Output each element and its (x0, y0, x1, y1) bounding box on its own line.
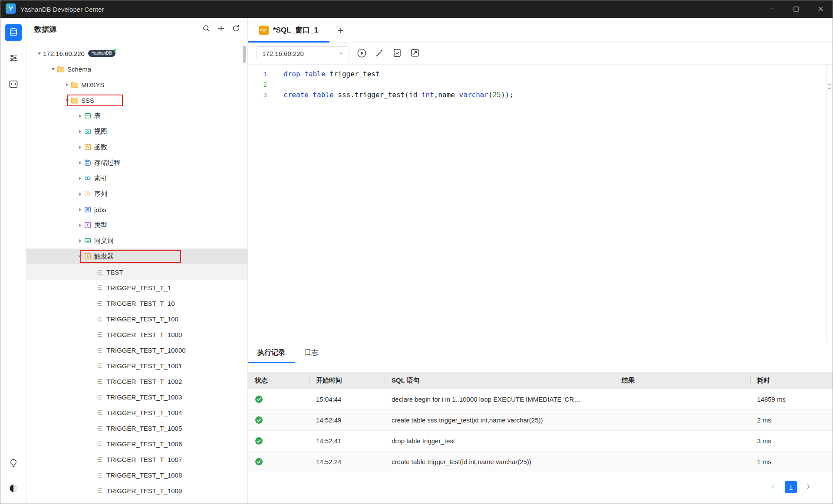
validate-button[interactable] (392, 48, 403, 59)
tree-item-trigger-test-t-1008[interactable]: TRIGGER_TEST_T_1008 (26, 467, 247, 483)
tree-item-trigger-test-t-1[interactable]: TRIGGER_TEST_T_1 (26, 280, 247, 295)
column-separator (385, 376, 385, 384)
close-button[interactable] (808, 0, 833, 18)
chevron-right-icon[interactable] (63, 82, 71, 87)
tree-item-trigger-test-t-1006[interactable]: TRIGGER_TEST_T_1006 (26, 436, 247, 452)
tree-node: 触发器 (80, 250, 181, 263)
tab-execution-history[interactable]: 执行记录 (248, 342, 295, 363)
next-page-button[interactable] (803, 482, 813, 492)
refresh-button[interactable] (230, 23, 241, 35)
status-cell (248, 452, 309, 472)
tree-item-trigger-test-t-1009[interactable]: TRIGGER_TEST_T_1009 (26, 483, 247, 498)
editor-scrollbar[interactable] (826, 65, 833, 342)
tree-item-label: TRIGGER_TEST_T_1 (106, 284, 171, 291)
trigger-item-icon (96, 347, 103, 354)
tree-item-trigger-test-t-1001[interactable]: TRIGGER_TEST_T_1001 (26, 358, 247, 373)
hint-button[interactable] (5, 455, 22, 472)
chevron-right-icon[interactable] (76, 176, 84, 181)
tree-item-trigger-test-t-1003[interactable]: TRIGGER_TEST_T_1003 (26, 389, 247, 405)
nav-settings-button[interactable] (5, 50, 22, 67)
tree-item-types[interactable]: 类型 (26, 217, 247, 233)
execution-record-row[interactable]: 14:52:41drop table trigger_test3 ms (248, 431, 833, 452)
tree-item-trigger-test-t-1007[interactable]: TRIGGER_TEST_T_1007 (26, 452, 247, 467)
chevron-right-icon[interactable] (76, 223, 84, 228)
tree-item-synonyms[interactable]: 同义词 (26, 233, 247, 249)
page-number-button[interactable]: 1 (785, 481, 797, 493)
tree-item-schema[interactable]: Schema (26, 61, 247, 77)
plus-icon (217, 24, 225, 34)
tree-item-mdsys[interactable]: MDSYS (26, 77, 247, 92)
tree-item-trigger-test-t-101[interactable]: TRIGGER_TEST_T_101 (26, 498, 247, 504)
trigger-item-icon (96, 425, 103, 432)
sql-editor[interactable]: 1drop table trigger_test23create table s… (248, 65, 833, 342)
tab-sql-window-1[interactable]: SQL *SQL_窗口_1 (248, 18, 329, 43)
tree-node: TRIGGER_TEST_T_1009 (96, 487, 182, 494)
trigger-item-icon (96, 487, 103, 494)
tree-item-label: 同义词 (94, 237, 114, 245)
chevron-right-icon[interactable] (76, 114, 84, 118)
new-tab-button[interactable]: + (329, 18, 351, 43)
maximize-icon (793, 6, 799, 13)
search-button[interactable] (201, 23, 212, 35)
tree-item-trigger-test-t-1002[interactable]: TRIGGER_TEST_T_1002 (26, 373, 247, 389)
trigger-item-icon (96, 284, 103, 291)
tree-item-label: 索引 (94, 174, 107, 183)
beautify-button[interactable] (374, 48, 385, 59)
tree-item-jobs[interactable]: jobs (26, 202, 247, 217)
sidebar-header: 数据源 (26, 18, 247, 40)
execution-record-row[interactable]: 14:52:49create table sss.trigger_test(id… (248, 410, 833, 431)
column-header-duration: 耗时 (750, 372, 833, 389)
chevron-right-icon[interactable] (76, 160, 84, 165)
nav-sql-console-button[interactable] (5, 76, 22, 93)
chevron-down-icon[interactable] (49, 67, 57, 72)
tree-item-trigger-test[interactable]: TEST (26, 264, 247, 280)
tree-node: TRIGGER_TEST_T_10 (96, 300, 175, 307)
nav-datasource-button[interactable] (5, 24, 22, 41)
tree-item-procedures[interactable]: 存储过程 (26, 155, 247, 170)
trigger-item-icon (96, 315, 103, 323)
run-icon (357, 48, 367, 59)
maximize-button[interactable] (784, 0, 808, 18)
minimize-button[interactable] (760, 0, 784, 18)
execution-record-row[interactable]: 15:04:44declare begin for i in 1..10000 … (248, 389, 833, 410)
execution-plan-button[interactable] (409, 48, 421, 59)
tree-item-functions[interactable]: fx函数 (26, 139, 247, 155)
tree-item-views[interactable]: 视图 (26, 124, 247, 139)
prev-page-button[interactable] (768, 482, 779, 492)
add-datasource-button[interactable] (215, 23, 227, 35)
tree-item-trigger-test-t-10[interactable]: TRIGGER_TEST_T_10 (26, 295, 247, 311)
tree-item-sequences[interactable]: 序列 (26, 186, 247, 202)
tree-item-tables[interactable]: 表 (26, 108, 247, 124)
chevron-right-icon[interactable] (76, 239, 84, 243)
index-icon (84, 175, 91, 182)
chevron-down-icon[interactable] (35, 51, 43, 56)
tab-log[interactable]: 日志 (295, 342, 328, 363)
tree-item-trigger-test-t-1005[interactable]: TRIGGER_TEST_T_1005 (26, 420, 247, 436)
tab-label: 执行记录 (257, 348, 285, 357)
chevron-right-icon[interactable] (76, 129, 84, 134)
tree-item-label: jobs (94, 206, 106, 213)
tree-node: TEST (96, 268, 123, 276)
tree-item-indexes[interactable]: 索引 (26, 170, 247, 186)
connection-select[interactable]: 172.16.60.220 (257, 46, 349, 61)
theme-toggle-button[interactable] (5, 480, 22, 497)
run-button[interactable] (356, 48, 367, 59)
tree-item-trigger-test-t-100[interactable]: TRIGGER_TEST_T_100 (26, 311, 247, 327)
tree-item-label: 表 (94, 112, 101, 120)
tree-item-trigger-test-t-10000[interactable]: TRIGGER_TEST_T_10000 (26, 342, 247, 358)
tree-node: 序列 (84, 190, 107, 198)
tree-item-trigger-test-t-1000[interactable]: TRIGGER_TEST_T_1000 (26, 327, 247, 342)
tree-item-triggers[interactable]: 触发器 (26, 249, 247, 264)
chevron-right-icon[interactable] (76, 145, 84, 150)
chevron-right-icon[interactable] (76, 207, 84, 212)
tree-item-trigger-test-t-1004[interactable]: TRIGGER_TEST_T_1004 (26, 405, 247, 420)
tree-item-connection-172-16-60-220[interactable]: 172.16.60.220YashanDB (26, 46, 247, 61)
execution-record-row[interactable]: 14:52:24create table trigger_test(id int… (248, 452, 833, 472)
start-time-cell: 15:04:44 (309, 389, 385, 409)
sidebar-scrollbar[interactable] (243, 46, 246, 63)
trigger-item-icon (96, 378, 103, 385)
tree-item-sss[interactable]: SSS (26, 92, 247, 108)
tree-item-label: TRIGGER_TEST_T_10 (106, 300, 175, 307)
execution-history-table: 状态开始时间SQL 语句结果耗时 15:04:44declare begin f… (248, 372, 833, 472)
chevron-right-icon[interactable] (76, 192, 84, 196)
